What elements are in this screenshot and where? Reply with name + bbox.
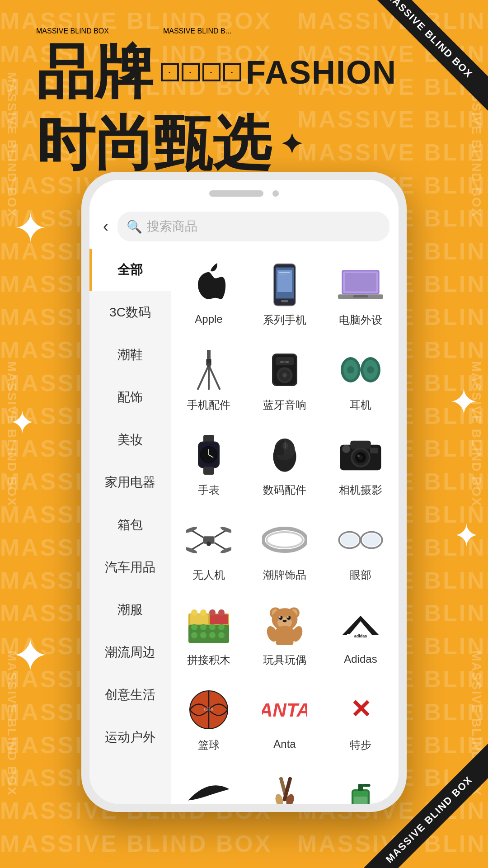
mouse-label: 数码配件 (263, 483, 306, 497)
category-teddy[interactable]: 玩具玩偶 (247, 593, 323, 678)
header-top-label-2: MASSIVE BLIND B... (163, 27, 231, 35)
sidebar-item-makeup[interactable]: 美妆 (89, 419, 171, 461)
category-xtep[interactable]: ✕ 特步 (323, 678, 399, 763)
search-bar-row: ‹ 🔍 搜索商品 (89, 207, 399, 249)
category-adidas[interactable]: adidas Adidas (323, 593, 399, 678)
notch-dot (272, 190, 279, 197)
category-mouse[interactable]: 数码配件 (247, 423, 323, 508)
category-speaker[interactable]: 88:88 蓝牙音响 (247, 338, 323, 423)
svg-point-95 (286, 616, 291, 620)
svg-point-65 (267, 532, 303, 547)
svg-text:✕: ✕ (350, 696, 371, 723)
lego-icon-wrap (186, 602, 231, 647)
category-watch[interactable]: 手表 (171, 423, 247, 508)
sparkle-icon-right-1: ✦ (449, 384, 479, 420)
sidebar-item-sports[interactable]: 运动户外 (89, 716, 171, 759)
sidebar-item-accessories[interactable]: 配饰 (89, 376, 171, 419)
adidas-icon: adidas (338, 611, 383, 638)
brush-icon (262, 772, 307, 804)
phone-label: 系列手机 (263, 313, 306, 327)
svg-point-94 (279, 616, 283, 620)
svg-point-87 (218, 632, 225, 638)
laptop-icon (338, 268, 383, 302)
adidas-icon-wrap: adidas (338, 602, 383, 647)
svg-point-86 (209, 632, 216, 638)
watch-icon-wrap (186, 432, 231, 477)
star-decoration: ✦ (280, 128, 303, 160)
teddy-icon (267, 605, 303, 645)
notch-bar (209, 190, 263, 197)
diagonal-banner-top-right: MASSIVE BLIND BOX (343, 0, 488, 145)
svg-point-85 (200, 632, 206, 638)
category-nike[interactable]: Nike (171, 763, 247, 804)
drone-icon-wrap (186, 517, 231, 562)
laptop-icon-wrap (338, 262, 383, 307)
basketball-label: 篮球 (198, 738, 220, 752)
svg-point-83 (218, 624, 225, 630)
lego-icon (186, 604, 231, 645)
svg-rect-5 (279, 274, 286, 274)
sidebar-item-shoes[interactable]: 潮鞋 (89, 334, 171, 376)
svg-rect-52 (370, 448, 378, 453)
sidebar-item-appliances[interactable]: 家用电器 (89, 461, 171, 504)
qr-box-4: ▪ (223, 63, 241, 81)
content-area: Apple (171, 249, 399, 804)
svg-rect-74 (190, 614, 208, 624)
category-bracelet[interactable]: 潮牌饰品 (247, 508, 323, 593)
svg-point-70 (363, 533, 381, 547)
sidebar-item-creative[interactable]: 创意生活 (89, 674, 171, 716)
svg-point-82 (209, 624, 216, 630)
svg-rect-10 (353, 295, 368, 297)
sidebar-item-trendy[interactable]: 潮流周边 (89, 631, 171, 674)
diagonal-banner-text-top: MASSIVE BLIND BOX (353, 0, 488, 111)
camera-label: 相机摄影 (339, 483, 382, 497)
back-button[interactable]: ‹ (99, 217, 113, 236)
anta-brand-icon: ANTA (262, 696, 307, 723)
category-basketball[interactable]: CBA 篮球 (171, 678, 247, 763)
svg-rect-38 (203, 467, 214, 475)
svg-point-97 (287, 616, 289, 618)
svg-point-69 (341, 533, 359, 547)
tripod-label: 手机配件 (187, 398, 230, 412)
svg-point-24 (282, 373, 287, 377)
category-earbuds[interactable]: 耳机 (323, 338, 399, 423)
category-apple[interactable]: Apple (171, 253, 247, 338)
category-camera[interactable]: 相机摄影 (323, 423, 399, 508)
svg-point-77 (200, 609, 206, 616)
phone-icon-wrap (262, 262, 307, 307)
glasses-icon (338, 530, 383, 550)
sidebar-item-all[interactable]: 全部 (89, 249, 171, 291)
svg-point-96 (279, 616, 281, 618)
nike-icon-wrap (186, 772, 231, 804)
svg-line-14 (198, 365, 209, 389)
header-main-title-zh: 品牌 (36, 40, 154, 104)
phone-icon (272, 263, 297, 307)
svg-point-30 (367, 366, 374, 373)
sidebar-item-fashion[interactable]: 潮服 (89, 589, 171, 631)
sparkle-icon-left-1: ✦ (14, 208, 47, 249)
category-tripod[interactable]: 手机配件 (171, 338, 247, 423)
category-glasses[interactable]: 眼部 (323, 508, 399, 593)
category-anta[interactable]: ANTA Anta (247, 678, 323, 763)
category-lego[interactable]: 拼接积木 (171, 593, 247, 678)
bracelet-icon (262, 526, 307, 553)
search-placeholder: 搜索商品 (147, 218, 197, 235)
sidebar-item-3c[interactable]: 3C数码 (89, 291, 171, 334)
mouse-icon-wrap (262, 432, 307, 477)
sidebar-item-bags[interactable]: 箱包 (89, 504, 171, 546)
category-brush[interactable]: 修容 (247, 763, 323, 804)
svg-text:88:88: 88:88 (280, 360, 290, 364)
sidebar-item-auto[interactable]: 汽车用品 (89, 546, 171, 589)
earbuds-icon (338, 352, 383, 388)
laptop-label: 电脑外设 (339, 313, 382, 327)
sparkle-icon-right-2: ✦ (453, 520, 480, 552)
category-laptop[interactable]: 电脑外设 (323, 253, 399, 338)
category-phone[interactable]: 系列手机 (247, 253, 323, 338)
search-input-wrap[interactable]: 🔍 搜索商品 (117, 212, 389, 241)
apple-icon-wrap (186, 262, 231, 307)
category-shampoo[interactable]: 洗发护发 (323, 763, 399, 804)
category-drone[interactable]: 无人机 (171, 508, 247, 593)
svg-rect-75 (210, 614, 228, 624)
speaker-label: 蓝牙音响 (263, 398, 306, 412)
qr-box-1: ▪ (161, 63, 179, 81)
